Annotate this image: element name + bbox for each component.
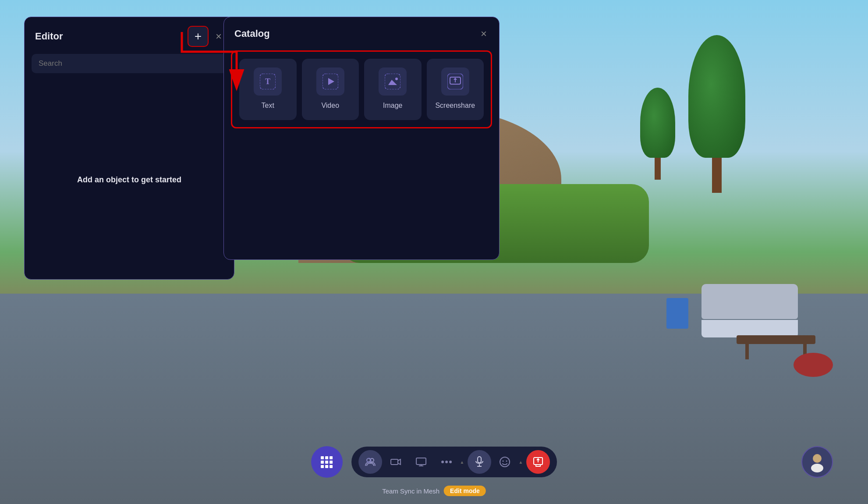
screenshare-icon-container [441,67,469,96]
toolbar-mic-button[interactable] [468,450,492,474]
svg-rect-22 [478,457,482,463]
toolbar-emoji-button[interactable] [493,450,517,474]
toolbar-pill: ▲ ▲ [351,447,557,477]
catalog-grid: T Text Video [231,50,492,128]
mic-icon [475,456,485,468]
emoji-chevron-icon: ▲ [519,460,523,465]
sync-status-text: Team Sync in Mesh [382,487,439,495]
svg-marker-30 [536,458,540,460]
svg-marker-15 [398,459,400,465]
svg-rect-14 [391,459,398,465]
svg-point-31 [813,454,822,463]
apps-grid-icon [321,456,333,468]
svg-point-7 [395,78,398,80]
svg-rect-16 [416,458,426,465]
editor-empty-message: Add an object to get started [77,175,181,185]
catalog-item-text-label: Text [262,102,274,110]
emoji-icon [500,456,511,468]
catalog-close-button[interactable]: × [479,26,489,42]
avatar-button[interactable] [801,446,833,478]
svg-point-27 [506,461,507,462]
catalog-item-screenshare-label: Screenshare [435,102,475,110]
image-icon-container [379,67,407,96]
svg-point-26 [503,461,504,462]
text-icon: T [260,74,276,89]
catalog-item-screenshare[interactable]: Screenshare [427,59,484,120]
editor-close-button[interactable]: × [214,28,223,44]
catalog-item-video-label: Video [321,102,339,110]
screenshare-icon [447,74,463,89]
add-button[interactable]: + [188,26,209,47]
catalog-item-video[interactable]: Video [302,59,359,120]
catalog-title: Catalog [234,28,270,39]
catalog-panel: Catalog × T Text [223,17,500,260]
svg-text:T: T [265,77,270,86]
share-icon [533,457,543,467]
svg-point-20 [445,461,448,463]
editor-header-buttons: + × [188,26,223,47]
bottom-toolbar: ▲ ▲ [311,446,557,478]
screen-icon [415,456,427,468]
more-icon [441,460,452,464]
text-icon-container: T [254,67,282,96]
people-icon [365,456,376,468]
toolbar-share-button[interactable] [526,450,550,474]
editor-body: Add an object to get started [25,80,234,279]
avatar-icon [806,451,829,473]
status-bar: Team Sync in Mesh Edit mode [382,486,486,496]
catalog-header: Catalog × [224,17,499,49]
svg-point-19 [441,461,444,463]
svg-point-32 [811,464,823,472]
catalog-item-text[interactable]: T Text [239,59,297,120]
video-icon-container [316,67,344,96]
apps-button[interactable] [311,446,343,478]
editor-search-input[interactable] [32,54,227,73]
toolbar-camera-button[interactable] [384,450,407,474]
more-chevron-icon: ▲ [460,460,464,465]
editor-header: Editor + × [25,17,234,54]
svg-point-25 [500,457,510,467]
edit-mode-badge: Edit mode [444,486,486,496]
camera-icon [390,456,401,468]
video-icon [322,74,338,89]
toolbar-people-button[interactable] [358,450,382,474]
editor-title: Editor [35,31,63,42]
svg-point-21 [449,461,452,463]
catalog-item-image-label: Image [383,102,402,110]
main-content: Editor + × Add an object to get started … [0,0,868,504]
catalog-item-image[interactable]: Image [364,59,422,120]
editor-panel: Editor + × Add an object to get started [24,17,234,280]
image-icon [385,74,400,89]
toolbar-screen-button[interactable] [409,450,433,474]
toolbar-more-button[interactable] [435,450,458,474]
